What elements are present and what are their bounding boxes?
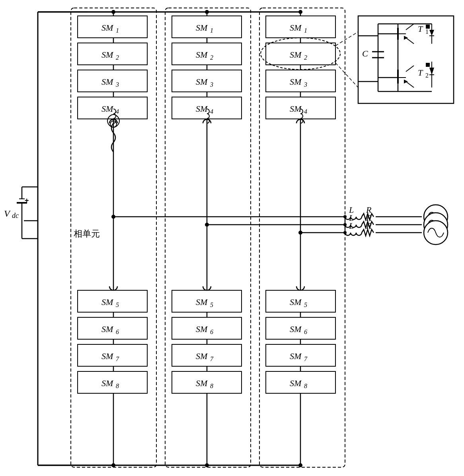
sm-a6-sub: 6 <box>116 328 119 335</box>
sm-c7-label: SM <box>290 351 302 361</box>
svg-rect-99 <box>426 25 430 29</box>
svg-line-116 <box>335 32 358 46</box>
sm-c6-label: SM <box>290 324 302 334</box>
sm-c8-sub: 8 <box>304 383 307 389</box>
svg-point-130 <box>343 215 347 218</box>
sm-a8-sub: 8 <box>116 383 119 389</box>
sm-a3-sub: 3 <box>115 81 119 88</box>
sm-b6-sub: 6 <box>210 328 213 335</box>
sm-a1-label: SM <box>101 23 114 33</box>
svg-point-120 <box>111 215 115 219</box>
sm-a8-label: SM <box>101 378 114 388</box>
sm-a3-label: SM <box>101 77 114 87</box>
sm-a5-sub: 5 <box>116 301 119 308</box>
sm-b7-sub: 7 <box>210 356 214 362</box>
svg-point-131 <box>343 223 347 226</box>
sm-b6-label: SM <box>196 324 208 334</box>
sm-c8-label: SM <box>290 378 302 388</box>
sm-b4-sub: 4 <box>210 108 213 115</box>
sm-a6-label: SM <box>101 324 114 334</box>
svg-line-117 <box>335 63 358 87</box>
sm-b1-sub: 1 <box>210 27 213 34</box>
sm-b8-label: SM <box>196 378 208 388</box>
sm-b5-label: SM <box>196 297 208 307</box>
sm-b2-sub: 2 <box>210 54 213 61</box>
t1-label: T <box>418 24 423 34</box>
plus-sign: + <box>25 196 29 204</box>
circuit-diagram: V dc + 相单元 SM 1 SM 2 SM 3 SM 4 SM 5 SM 6 <box>0 0 464 476</box>
sm-b3-label: SM <box>196 77 208 87</box>
sm-b2-label: SM <box>196 50 208 60</box>
sm-c1-label: SM <box>290 23 302 33</box>
vdc-sub: dc <box>12 212 19 220</box>
t1-sub: 1 <box>425 28 429 35</box>
sm-a4-sub: 4 <box>116 108 119 115</box>
sm-c4-label: SM <box>290 104 302 114</box>
sm-c5-sub: 5 <box>304 301 307 308</box>
capacitor-label: C <box>362 49 368 58</box>
sm-a2-sub: 2 <box>116 54 119 61</box>
svg-point-125 <box>298 10 302 14</box>
vdc-label: V <box>4 208 11 219</box>
sm-a4-label: SM <box>101 104 114 114</box>
svg-point-132 <box>343 231 347 234</box>
sm-a5-label: SM <box>101 297 114 307</box>
sm-b5-sub: 5 <box>210 301 213 308</box>
sm-b4-label: SM <box>196 104 208 114</box>
t2-sub: 2 <box>425 72 429 79</box>
sm-c3-label: SM <box>290 77 302 87</box>
svg-rect-85 <box>358 16 454 103</box>
sm-c1-sub: 1 <box>304 27 307 34</box>
svg-point-128 <box>298 463 302 467</box>
l-label-c: L <box>349 221 354 231</box>
sm-a7-label: SM <box>101 351 114 361</box>
svg-point-124 <box>205 10 209 14</box>
sm-b3-sub: 3 <box>210 81 213 88</box>
sm-c5-label: SM <box>290 297 302 307</box>
sm-a1-sub: 1 <box>116 27 119 34</box>
sm-b1-label: SM <box>196 23 208 33</box>
phase-unit-label: 相单元 <box>74 229 100 239</box>
svg-point-127 <box>205 463 209 467</box>
svg-point-123 <box>111 10 115 14</box>
r-label-c: R <box>366 221 372 231</box>
svg-point-122 <box>298 231 302 235</box>
sm-a7-sub: 7 <box>116 356 119 362</box>
t2-label: T <box>418 68 423 78</box>
sm-c2-sub: 2 <box>304 54 307 61</box>
sm-c2-label: SM <box>290 50 302 60</box>
sm-c3-sub: 3 <box>304 81 307 88</box>
svg-point-121 <box>205 223 209 227</box>
sm-b8-sub: 8 <box>210 383 213 389</box>
svg-point-126 <box>111 463 115 467</box>
sm-c4-sub: 4 <box>304 108 307 115</box>
sm-c6-sub: 6 <box>304 328 307 335</box>
svg-rect-110 <box>426 63 430 67</box>
sm-b7-label: SM <box>196 351 208 361</box>
sm-a2-label: SM <box>101 50 114 60</box>
sm-c7-sub: 7 <box>304 356 308 362</box>
